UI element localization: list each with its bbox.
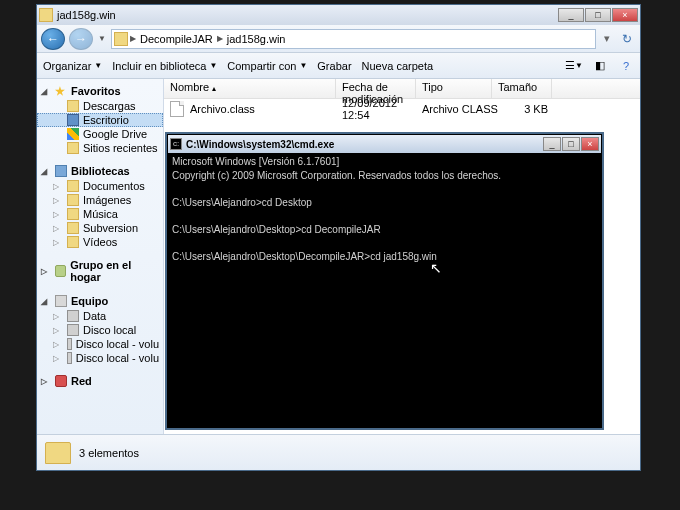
caret-icon: ▷ <box>53 182 59 191</box>
window-title: jad158g.win <box>57 9 558 21</box>
sidebar-favorites[interactable]: ◢★Favoritos <box>37 83 163 99</box>
cmd-titlebar[interactable]: c: C:\Windows\system32\cmd.exe _ □ × <box>168 135 601 153</box>
cmd-window[interactable]: c: C:\Windows\system32\cmd.exe _ □ × Mic… <box>167 134 602 428</box>
sidebar-item-subversion[interactable]: ▷Subversion <box>37 221 163 235</box>
sidebar-item-recent[interactable]: Sitios recientes <box>37 141 163 155</box>
sidebar-network[interactable]: ▷Red <box>37 373 163 389</box>
sidebar-item-localdisk-3[interactable]: ▷Disco local - volu <box>37 351 163 365</box>
forward-button[interactable]: → <box>69 28 93 50</box>
caret-icon: ▷ <box>53 210 59 219</box>
sidebar-item-googledrive[interactable]: Google Drive <box>37 127 163 141</box>
status-bar: 3 elementos <box>37 434 640 470</box>
caret-icon: ▷ <box>41 267 47 276</box>
pictures-icon <box>67 194 79 206</box>
history-dropdown[interactable]: ▼ <box>97 28 107 50</box>
caret-icon: ◢ <box>41 167 47 176</box>
maximize-button[interactable]: □ <box>585 8 611 22</box>
sidebar-item-music[interactable]: ▷Música <box>37 207 163 221</box>
caret-icon: ◢ <box>41 87 47 96</box>
sidebar-computer[interactable]: ◢Equipo <box>37 293 163 309</box>
caret-icon: ◢ <box>41 297 47 306</box>
sidebar-item-documents[interactable]: ▷Documentos <box>37 179 163 193</box>
caret-icon: ▷ <box>41 377 47 386</box>
address-bar[interactable]: ▶ DecompileJAR ▶ jad158g.win <box>111 29 596 49</box>
drive-icon <box>67 310 79 322</box>
share-menu[interactable]: Compartir con▼ <box>227 60 307 72</box>
chevron-down-icon: ▼ <box>94 61 102 70</box>
breadcrumb-seg[interactable]: DecompileJAR <box>136 33 217 45</box>
burn-button[interactable]: Grabar <box>317 60 351 72</box>
folder-icon <box>39 8 53 22</box>
sidebar-item-localdisk[interactable]: ▷Disco local <box>37 323 163 337</box>
arrow-right-icon: → <box>75 32 87 46</box>
cmd-close-button[interactable]: × <box>581 137 599 151</box>
file-row[interactable]: Archivo.class 12/09/2012 12:54 Archivo C… <box>164 99 640 119</box>
videos-icon <box>67 236 79 248</box>
folder-icon <box>114 32 128 46</box>
help-button[interactable]: ? <box>618 58 634 74</box>
address-dropdown[interactable]: ▾ <box>600 29 614 49</box>
file-size: 3 KB <box>498 103 558 115</box>
homegroup-icon <box>55 265 66 277</box>
sidebar-item-desktop[interactable]: Escritorio <box>37 113 163 127</box>
network-icon <box>55 375 67 387</box>
sidebar-libraries[interactable]: ◢Bibliotecas <box>37 163 163 179</box>
caret-icon: ▷ <box>53 326 59 335</box>
organize-menu[interactable]: Organizar▼ <box>43 60 102 72</box>
col-size[interactable]: Tamaño <box>492 79 552 98</box>
drive-icon <box>67 338 72 350</box>
preview-pane-button[interactable]: ◧ <box>592 58 608 74</box>
file-type: Archivo CLASS <box>422 103 498 115</box>
computer-icon <box>55 295 67 307</box>
drive-icon <box>67 352 72 364</box>
cmd-title-text: C:\Windows\system32\cmd.exe <box>186 139 543 150</box>
caret-icon: ▷ <box>53 354 59 363</box>
caret-icon: ▷ <box>53 196 59 205</box>
cmd-minimize-button[interactable]: _ <box>543 137 561 151</box>
status-text: 3 elementos <box>79 447 139 459</box>
col-date[interactable]: Fecha de modificación <box>336 79 416 98</box>
col-name[interactable]: Nombre ▴ <box>164 79 336 98</box>
file-name: Archivo.class <box>190 103 342 115</box>
sidebar-item-data[interactable]: ▷Data <box>37 309 163 323</box>
folder-icon <box>67 100 79 112</box>
folder-icon <box>45 442 71 464</box>
toolbar: Organizar▼ Incluir en biblioteca▼ Compar… <box>37 53 640 79</box>
caret-icon: ▷ <box>53 312 59 321</box>
sidebar-item-videos[interactable]: ▷Vídeos <box>37 235 163 249</box>
cmd-icon: c: <box>170 138 182 150</box>
sidebar-item-localdisk-2[interactable]: ▷Disco local - volu <box>37 337 163 351</box>
include-library-menu[interactable]: Incluir en biblioteca▼ <box>112 60 217 72</box>
minimize-button[interactable]: _ <box>558 8 584 22</box>
sidebar-item-downloads[interactable]: Descargas <box>37 99 163 113</box>
caret-icon: ▷ <box>53 224 59 233</box>
close-button[interactable]: × <box>612 8 638 22</box>
sidebar-homegroup[interactable]: ▷Grupo en el hogar <box>37 257 163 285</box>
view-options-button[interactable]: ☰▼ <box>566 58 582 74</box>
chevron-down-icon: ▼ <box>299 61 307 70</box>
caret-icon: ▷ <box>53 238 59 247</box>
file-icon <box>170 101 184 117</box>
libraries-icon <box>55 165 67 177</box>
column-headers: Nombre ▴ Fecha de modificación Tipo Tama… <box>164 79 640 99</box>
google-drive-icon <box>67 128 79 140</box>
cmd-maximize-button[interactable]: □ <box>562 137 580 151</box>
sidebar: ◢★Favoritos Descargas Escritorio Google … <box>37 79 164 434</box>
new-folder-button[interactable]: Nueva carpeta <box>362 60 434 72</box>
file-date: 12/09/2012 12:54 <box>342 97 422 121</box>
sidebar-item-pictures[interactable]: ▷Imágenes <box>37 193 163 207</box>
arrow-left-icon: ← <box>47 32 59 46</box>
col-type[interactable]: Tipo <box>416 79 492 98</box>
drive-icon <box>67 324 79 336</box>
breadcrumb-seg[interactable]: jad158g.win <box>223 33 290 45</box>
cmd-output[interactable]: Microsoft Windows [Versión 6.1.7601] Cop… <box>168 153 601 427</box>
explorer-titlebar[interactable]: jad158g.win _ □ × <box>37 5 640 25</box>
chevron-down-icon: ▼ <box>209 61 217 70</box>
back-button[interactable]: ← <box>41 28 65 50</box>
desktop-icon <box>67 114 79 126</box>
music-icon <box>67 208 79 220</box>
caret-icon: ▷ <box>53 340 59 349</box>
refresh-button[interactable]: ↻ <box>618 29 636 49</box>
documents-icon <box>67 180 79 192</box>
star-icon: ★ <box>55 85 67 97</box>
